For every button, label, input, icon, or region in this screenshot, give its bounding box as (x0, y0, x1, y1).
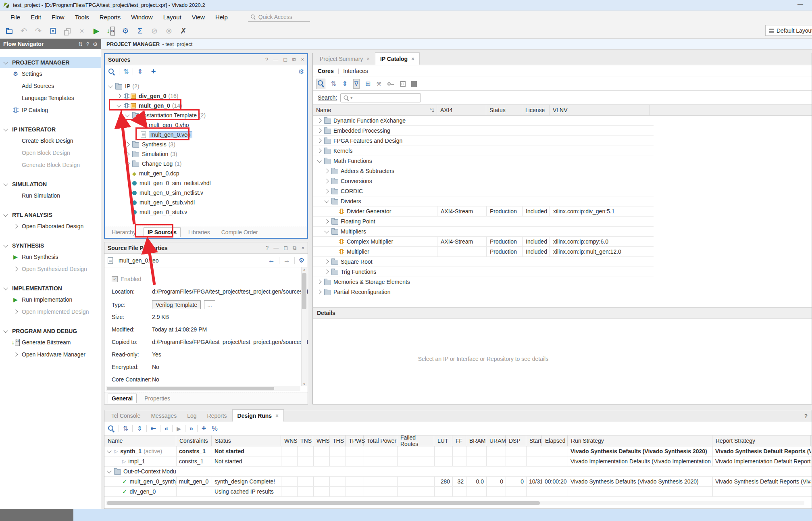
tab-compile-order[interactable]: Compile Order (218, 228, 262, 237)
help-icon[interactable]: ? (266, 245, 269, 251)
help-icon[interactable]: ? (265, 56, 268, 63)
column-header-vlnv[interactable]: VLNV (550, 105, 650, 115)
menu-file[interactable]: File (6, 12, 25, 22)
sources-tree-item[interactable]: IP(2) (105, 81, 307, 91)
filter-icon[interactable]: ∇ (353, 79, 360, 89)
help-icon[interactable]: ? (86, 41, 89, 47)
chevron-right-icon[interactable] (125, 161, 129, 166)
column-header-whs[interactable]: WHS (313, 436, 329, 446)
redo-icon[interactable]: ↷ (34, 27, 43, 35)
chevron-down-icon[interactable] (108, 83, 112, 88)
sources-tree-item[interactable]: mult_gen_0_stub.vhdl (105, 198, 307, 207)
unlink-icon[interactable]: ✗ (179, 27, 188, 35)
column-header-failed-routes[interactable]: Failed Routes (397, 436, 434, 446)
tab-log[interactable]: Log (182, 409, 202, 422)
column-header-name[interactable]: Name (104, 436, 176, 446)
flow-section-header[interactable]: SYNTHESIS (0, 240, 101, 251)
sources-tree-item[interactable]: div_gen_0(16) (105, 91, 307, 101)
sources-tree-item[interactable]: mult_gen_0.vho (105, 120, 307, 130)
column-header-run-strategy[interactable]: Run Strategy (568, 436, 712, 446)
chevron-right-icon[interactable] (324, 179, 329, 183)
chevron-down-icon[interactable] (3, 212, 8, 217)
subtab-cores[interactable]: Cores (318, 68, 334, 74)
maximize-icon[interactable]: ◻ (283, 245, 288, 251)
design-run-row[interactable]: ✓mult_gen_0_synth_1mult_gen_0synth_desig… (104, 477, 812, 487)
chevron-down-icon[interactable] (3, 286, 8, 290)
design-run-row[interactable]: Out-of-Context Module Runs (104, 467, 812, 477)
column-header-wns[interactable]: WNS (281, 436, 297, 446)
collapse-all-icon[interactable]: ⇅ (78, 41, 83, 47)
menu-edit[interactable]: Edit (26, 12, 46, 22)
help-icon[interactable]: ? (804, 413, 808, 419)
chevron-right-icon[interactable] (317, 279, 321, 284)
chevron-right-icon[interactable] (324, 219, 329, 223)
ip-catalog-row[interactable]: Multipliers (313, 227, 654, 237)
flow-item-open-block-design[interactable]: Open Block Design (0, 147, 101, 159)
column-header-name[interactable]: Name^1 (313, 105, 437, 115)
flow-item-run-synthesis[interactable]: ▶Run Synthesis (0, 251, 101, 263)
chevron-right-icon[interactable] (317, 138, 321, 143)
default-layout-button[interactable]: Default Layout (765, 25, 812, 36)
menu-view[interactable]: View (187, 12, 210, 22)
ip-catalog-row[interactable]: Dynamic Function eXchange (313, 116, 654, 126)
chevron-down-icon[interactable] (3, 181, 8, 186)
close-icon[interactable]: × (301, 245, 304, 251)
tab-messages[interactable]: Messages (146, 409, 182, 422)
chevron-down-icon[interactable] (3, 243, 8, 247)
flow-item-run-simulation[interactable]: Run Simulation (0, 190, 101, 202)
tab-tcl-console[interactable]: Tcl Console (106, 409, 146, 422)
chevron-right-icon[interactable] (324, 269, 329, 274)
sources-tree-item[interactable]: mult_gen_0(14) (105, 101, 307, 110)
tab-properties[interactable]: Properties (141, 394, 174, 403)
column-header-lut[interactable]: LUT (434, 436, 452, 446)
run-icon[interactable]: ▶ (92, 27, 101, 35)
collapse-all-icon[interactable]: ⇅ (123, 425, 128, 432)
chevron-right-icon[interactable] (317, 128, 321, 133)
sources-tree-item[interactable]: mult_gen_0_sim_netlist.v (105, 188, 307, 198)
column-header-uram[interactable]: URAM (486, 436, 506, 446)
menu-flow[interactable]: Flow (47, 12, 69, 22)
column-header-license[interactable]: License (522, 105, 550, 115)
chevron-down-icon[interactable] (125, 113, 129, 117)
cancel-icon[interactable]: ⊘ (150, 27, 159, 35)
utilization-icon[interactable]: % (212, 425, 218, 432)
tab-general[interactable]: General (108, 394, 137, 403)
tab-ip-sources[interactable]: IP Sources (144, 227, 181, 237)
undo-icon[interactable]: ↶ (19, 27, 28, 35)
flow-item-ip-catalog[interactable]: IP Catalog (0, 104, 101, 116)
tab-ip-catalog[interactable]: IP Catalog× (375, 52, 420, 65)
ip-catalog-row[interactable]: Kernels (313, 146, 654, 156)
flow-item-open-hardware-manager[interactable]: Open Hardware Manager (0, 348, 101, 361)
chevron-right-icon[interactable] (324, 169, 329, 173)
edit-icon[interactable]: ⊗ (164, 27, 173, 35)
chevron-right-icon[interactable] (317, 290, 321, 294)
sources-tree-item[interactable]: mult_gen_0_stub.v (105, 207, 307, 217)
column-header-start[interactable]: Start (526, 436, 542, 446)
sources-tree-item[interactable]: Instantiation Template(2) (105, 110, 307, 120)
ip-catalog-row[interactable]: Floating Point (313, 217, 654, 227)
horizontal-scrollbar[interactable] (106, 501, 804, 505)
column-header-constraints[interactable]: Constraints (176, 436, 212, 446)
chevron-right-icon[interactable] (117, 94, 121, 98)
flow-item-open-elaborated-design[interactable]: Open Elaborated Design (0, 220, 101, 232)
tab-project-summary[interactable]: Project Summary× (314, 52, 375, 65)
ip-catalog-row[interactable]: CORDIC (313, 186, 654, 196)
column-header-axi4[interactable]: AXI4 (437, 105, 486, 115)
column-header-tns[interactable]: TNS (297, 436, 313, 446)
flow-item-settings[interactable]: ⚙Settings (0, 68, 101, 80)
save-icon[interactable] (48, 28, 57, 34)
ip-catalog-row[interactable]: Complex MultiplierAXI4-StreamProductionI… (313, 237, 654, 247)
column-header-elapsed[interactable]: Elapsed (542, 436, 568, 446)
menu-reports[interactable]: Reports (95, 12, 126, 22)
maximize-icon[interactable]: ◻ (283, 56, 287, 63)
flow-item-generate-block-design[interactable]: Generate Block Design (0, 159, 101, 171)
settings-icon[interactable]: ⚙ (121, 27, 130, 35)
flow-item-open-synthesized-design[interactable]: Open Synthesized Design (0, 263, 101, 275)
float-icon[interactable]: ⧉ (293, 245, 296, 251)
settings-icon[interactable]: ⚙ (299, 256, 304, 264)
horizontal-scrollbar[interactable] (106, 386, 300, 391)
column-header-tpws[interactable]: TPWS (346, 436, 364, 446)
more-button[interactable]: ... (204, 300, 215, 309)
delete-icon[interactable]: × (77, 27, 86, 35)
chevron-down-icon[interactable] (3, 127, 8, 131)
